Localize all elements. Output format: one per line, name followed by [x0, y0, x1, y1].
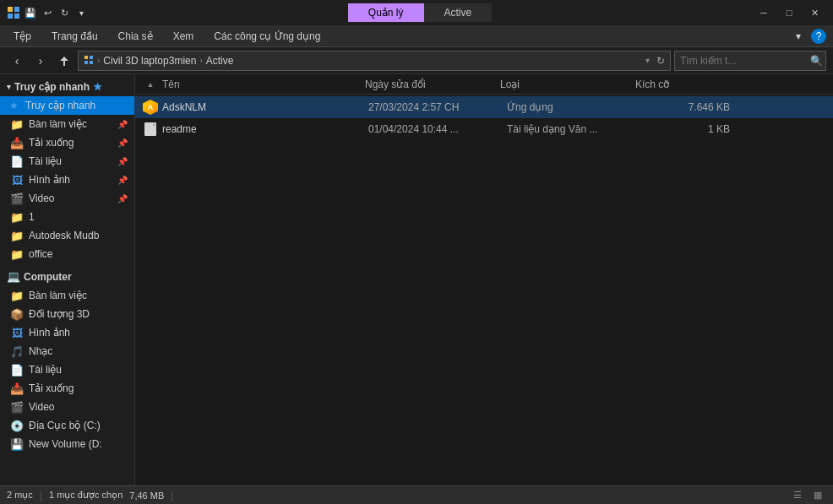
sidebar-item-comp-tai-xuong[interactable]: 📥 Tải xuống [0, 379, 134, 398]
title-tabs: Quản lý Active [91, 3, 749, 22]
sidebar-item-doi-tuong-3d[interactable]: 📦 Đối tượng 3D [0, 305, 134, 323]
computer-header[interactable]: 💻 Computer [0, 267, 134, 286]
minimize-button[interactable]: ─ [752, 4, 776, 21]
file-name-adsk: AdskNLM [162, 101, 365, 113]
pin-icon: 📌 [117, 120, 128, 129]
col-header-type[interactable]: Loại [497, 79, 632, 90]
folder-yellow-icon-2: 📁 [10, 229, 24, 242]
app-icon [7, 6, 20, 19]
sidebar-item-hinh-anh[interactable]: 🖼 Hình ảnh 📌 [0, 171, 134, 189]
sidebar-item-comp-tai-xuong-label: Tải xuống [29, 382, 74, 394]
sidebar-item-drive-c[interactable]: 💿 Địa Cục bộ (C:) [0, 416, 134, 435]
menu-bar: Tệp Trang đầu Chia sẻ Xem Các công cụ Ứn… [0, 25, 833, 47]
drive-d-icon: 💾 [10, 437, 24, 451]
view-list-button[interactable]: ☰ [789, 488, 806, 503]
sidebar-item-autodesk[interactable]: 📁 Autodesk Mudb [0, 226, 134, 245]
svg-rect-1 [14, 7, 19, 12]
quick-access-arrow: ▾ [7, 83, 11, 91]
address-dropdown-button[interactable]: ▾ [645, 56, 650, 65]
sidebar-item-drive-d[interactable]: 💾 New Volume (D: [0, 435, 134, 453]
sidebar-item-1[interactable]: 📁 1 [0, 208, 134, 226]
pin-icon-2: 📌 [117, 138, 128, 148]
folder-blue-icon: 📁 [10, 117, 24, 131]
music-icon: 🎵 [10, 344, 24, 358]
close-button[interactable]: ✕ [803, 4, 826, 21]
file-type-readme: Tài liệu dạng Văn ... [507, 123, 642, 135]
breadcrumb-civil[interactable]: Civil 3D laptop3mien [103, 55, 196, 67]
tab-quanly[interactable]: Quản lý [348, 3, 424, 22]
expand-ribbon-button[interactable]: ▾ [789, 28, 808, 45]
col-header-size[interactable]: Kích cỡ [632, 79, 716, 90]
comp-pics-icon: 🖼 [10, 326, 24, 339]
sidebar-item-office-label: office [29, 248, 52, 260]
file-row-adsk[interactable]: A AdskNLM 27/03/2024 2:57 CH Ứng dụng 7.… [135, 96, 833, 118]
search-icon[interactable]: 🔍 [810, 55, 823, 67]
sidebar-item-ban-lam-viec[interactable]: 📁 Bàn làm việc 📌 [0, 115, 134, 133]
menu-tep[interactable]: Tệp [7, 28, 38, 45]
sidebar-item-drive-d-label: New Volume (D: [29, 438, 102, 450]
menu-trang-dau[interactable]: Trang đầu [45, 28, 105, 45]
breadcrumb-active[interactable]: Active [206, 55, 234, 67]
file-size-readme: 1 KB [645, 123, 730, 135]
sidebar-item-quick-access[interactable]: ★ Truy cập nhanh [0, 96, 134, 115]
sidebar-item-comp-hinh-anh-label: Hình ảnh [29, 327, 70, 339]
file-name-readme: readme [162, 123, 365, 135]
maximize-button[interactable]: □ [777, 4, 801, 21]
folder-yellow-icon-1: 📁 [10, 210, 24, 224]
sidebar-item-comp-ban-lam-viec[interactable]: 📁 Bàn làm việc [0, 286, 134, 305]
svg-rect-3 [14, 14, 19, 19]
search-input[interactable] [680, 55, 807, 67]
sidebar-item-comp-video[interactable]: 🎬 Video [0, 398, 134, 416]
sidebar-item-comp-tai-lieu-label: Tài liệu [29, 364, 62, 376]
file-row-readme[interactable]: readme 01/04/2024 10:44 ... Tài liệu dạn… [135, 118, 833, 140]
folder-docs-icon: 📄 [10, 154, 24, 168]
computer-label: Computer [24, 271, 72, 283]
save-icon: 💾 [24, 6, 37, 19]
adsk-file-icon: A [142, 99, 159, 116]
sidebar-item-tai-lieu[interactable]: 📄 Tài liệu 📌 [0, 152, 134, 171]
pin-icon-4: 📌 [117, 176, 128, 185]
comp-folder-blue-icon: 📁 [10, 289, 24, 302]
address-refresh-button[interactable]: ↻ [656, 55, 665, 67]
redo-icon: ↻ [57, 6, 71, 19]
back-button[interactable]: ‹ [7, 51, 27, 71]
sidebar: ▾ Truy cập nhanh ★ ★ Truy cập nhanh 📁 Bà… [0, 74, 135, 485]
dropdown-icon[interactable]: ▾ [74, 6, 88, 19]
search-bar[interactable]: 🔍 [674, 51, 826, 71]
menu-chia-se[interactable]: Chia sẻ [112, 28, 160, 45]
sidebar-item-3d-label: Đối tượng 3D [29, 308, 90, 320]
sort-arrow: ▲ [142, 80, 159, 89]
sidebar-item-video[interactable]: 🎬 Video 📌 [0, 189, 134, 208]
breadcrumb-root [84, 55, 94, 67]
sidebar-item-tai-xuong-label: Tải xuống [29, 137, 74, 149]
svg-rect-4 [84, 56, 88, 59]
address-bar[interactable]: › Civil 3D laptop3mien › Active ▾ ↻ [78, 51, 671, 71]
menu-cong-cu[interactable]: Các công cụ Ứng dụng [207, 28, 327, 45]
sidebar-item-drive-c-label: Địa Cục bộ (C:) [29, 420, 101, 431]
col-header-name[interactable]: Tên [159, 79, 362, 90]
file-area: ▲ Tên Ngày sửa đổi Loại Kích cỡ A AdskNL… [135, 74, 833, 485]
file-date-readme: 01/04/2024 10:44 ... [368, 123, 504, 135]
sidebar-item-tai-xuong[interactable]: 📥 Tải xuống 📌 [0, 133, 134, 152]
help-button[interactable]: ? [811, 29, 826, 44]
sidebar-item-office[interactable]: 📁 office [0, 245, 134, 263]
sidebar-item-comp-hinh-anh[interactable]: 🖼 Hình ảnh [0, 323, 134, 342]
menu-xem[interactable]: Xem [166, 28, 201, 45]
quick-access-header[interactable]: ▾ Truy cập nhanh ★ [0, 78, 134, 96]
item-count: 2 mục [7, 490, 33, 501]
up-button[interactable] [54, 51, 74, 71]
status-bar: 2 mục | 1 mục được chọn 7,46 MB | ☰ ▦ [0, 485, 833, 504]
col-header-date[interactable]: Ngày sửa đổi [362, 79, 497, 90]
tab-active[interactable]: Active [424, 3, 493, 22]
breadcrumb-arrow-1: › [97, 56, 100, 65]
view-grid-button[interactable]: ▦ [809, 488, 826, 503]
pin-icon-5: 📌 [117, 194, 128, 203]
file-type-adsk: Ứng dụng [507, 101, 642, 113]
sidebar-item-nhac[interactable]: 🎵 Nhạc [0, 342, 134, 360]
forward-button[interactable]: › [30, 51, 51, 71]
sidebar-item-comp-tai-lieu[interactable]: 📄 Tài liệu [0, 360, 134, 379]
sidebar-item-video-label: Video [29, 192, 54, 204]
folder-3d-icon: 📦 [10, 307, 24, 321]
sidebar-item-nhac-label: Nhạc [29, 345, 52, 357]
svg-rect-6 [84, 61, 88, 64]
